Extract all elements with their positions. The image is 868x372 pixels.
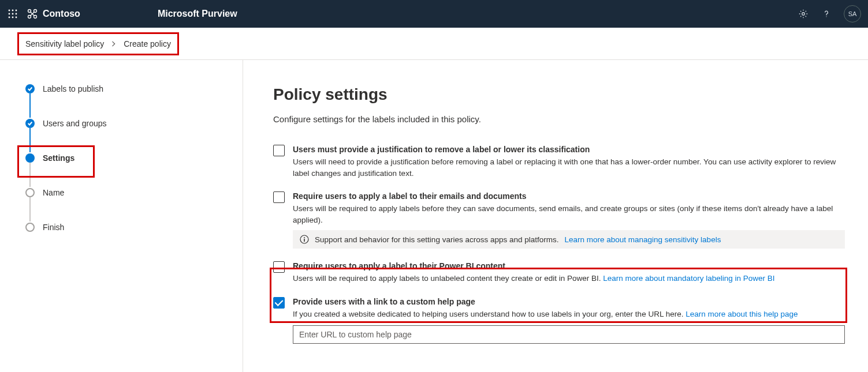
step-label: Labels to publish	[43, 84, 103, 93]
svg-point-8	[16, 17, 17, 18]
app-launcher-icon[interactable]	[7, 8, 18, 20]
avatar-initials: SA	[848, 10, 857, 17]
step-connector	[29, 197, 31, 221]
header-right: SA	[798, 5, 861, 22]
learn-more-link[interactable]: Learn more about managing sensitivity la…	[564, 235, 721, 244]
option-body: Provide users with a link to a custom he…	[293, 297, 845, 344]
content-pane: Policy settings Configure settings for t…	[243, 60, 868, 372]
custom-help-checkbox[interactable]	[273, 297, 285, 309]
svg-point-14	[826, 16, 826, 17]
step-settings[interactable]: Settings	[25, 152, 243, 164]
help-icon[interactable]	[821, 8, 832, 20]
checkmark-icon	[25, 84, 35, 93]
step-label: Name	[43, 188, 64, 197]
user-avatar[interactable]: SA	[844, 5, 861, 22]
step-connector	[29, 93, 31, 118]
page-title: Policy settings	[273, 85, 845, 104]
option-justification: Users must provide a justification to re…	[273, 145, 845, 179]
svg-point-5	[16, 13, 17, 15]
breadcrumb-parent[interactable]: Sensitivity label policy	[25, 39, 104, 48]
org-logo-icon	[27, 8, 38, 20]
step-label: Finish	[43, 223, 64, 232]
require-email-doc-checkbox[interactable]	[273, 191, 285, 203]
svg-point-13	[802, 13, 805, 16]
info-text: Support and behavior for this setting va…	[315, 235, 558, 244]
option-require-email-doc: Require users to apply a label to their …	[273, 191, 845, 249]
option-title: Require users to apply a label to their …	[293, 191, 845, 201]
product-name: Microsoft Purview	[158, 9, 237, 19]
option-title: Provide users with a link to a custom he…	[293, 297, 845, 306]
wizard-steps: Labels to publish Users and groups Setti…	[25, 83, 243, 233]
step-labels-to-publish[interactable]: Labels to publish	[25, 83, 243, 95]
option-desc-text: If you created a website dedicated to he…	[293, 310, 683, 318]
svg-point-3	[9, 13, 10, 15]
option-require-powerbi: Require users to apply a label to their …	[273, 261, 845, 284]
option-body: Require users to apply a label to their …	[293, 261, 774, 284]
svg-rect-17	[304, 239, 305, 242]
active-dot-icon	[25, 153, 35, 163]
custom-help-url-input[interactable]	[293, 325, 845, 344]
option-body: Require users to apply a label to their …	[293, 191, 845, 249]
option-custom-help: Provide users with a link to a custom he…	[273, 297, 845, 344]
step-connector	[29, 128, 31, 152]
option-desc-text: Users will be required to apply labels t…	[293, 274, 601, 283]
option-desc: Users will need to provide a justificati…	[293, 156, 845, 179]
org-name: Contoso	[43, 9, 80, 19]
svg-point-2	[16, 10, 17, 12]
option-desc: If you created a website dedicated to he…	[293, 309, 845, 320]
breadcrumb-current: Create policy	[124, 39, 171, 48]
pending-dot-icon	[25, 223, 35, 232]
page-subtitle: Configure settings for the labels includ…	[273, 114, 845, 124]
step-users-and-groups[interactable]: Users and groups	[25, 118, 243, 129]
learn-more-link[interactable]: Learn more about this help page	[686, 310, 798, 318]
step-label: Users and groups	[43, 119, 107, 128]
learn-more-link[interactable]: Learn more about mandatory labeling in P…	[603, 274, 774, 283]
require-powerbi-checkbox[interactable]	[273, 261, 285, 273]
step-label: Settings	[43, 153, 74, 163]
step-finish[interactable]: Finish	[25, 221, 243, 233]
option-title: Users must provide a justification to re…	[293, 145, 845, 154]
pending-dot-icon	[25, 188, 35, 197]
settings-gear-icon[interactable]	[798, 8, 809, 20]
svg-point-7	[12, 17, 14, 18]
svg-point-0	[9, 10, 10, 12]
info-bar: Support and behavior for this setting va…	[293, 230, 845, 249]
option-desc: Users will be required to apply labels b…	[293, 203, 845, 226]
option-body: Users must provide a justification to re…	[293, 145, 845, 179]
info-icon	[300, 235, 309, 244]
option-title: Require users to apply a label to their …	[293, 261, 774, 270]
app-header: Contoso Microsoft Purview SA	[0, 0, 868, 28]
step-connector	[29, 163, 31, 187]
header-left: Contoso Microsoft Purview	[7, 8, 237, 20]
svg-point-4	[12, 13, 14, 15]
option-desc: Users will be required to apply labels t…	[293, 273, 774, 284]
svg-point-1	[12, 10, 14, 12]
chevron-right-icon	[111, 39, 117, 48]
justification-checkbox[interactable]	[273, 145, 285, 156]
org-brand[interactable]: Contoso	[27, 8, 80, 20]
step-name[interactable]: Name	[25, 187, 243, 198]
checkmark-icon	[25, 119, 35, 128]
svg-point-6	[9, 17, 10, 18]
main-layout: Labels to publish Users and groups Setti…	[0, 60, 868, 372]
breadcrumb: Sensitivity label policy Create policy	[0, 28, 868, 60]
wizard-sidebar: Labels to publish Users and groups Setti…	[0, 60, 243, 372]
svg-point-16	[304, 237, 305, 238]
